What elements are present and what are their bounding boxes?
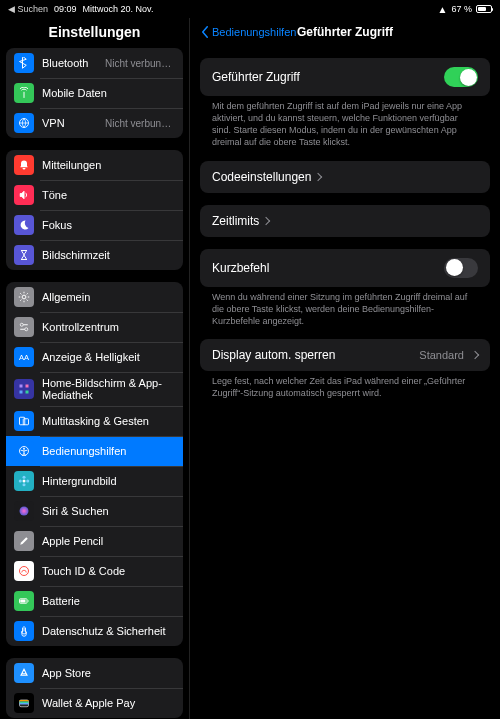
switches-icon (14, 317, 34, 337)
status-time: 09:09 (54, 4, 77, 14)
sidebar-item-wallet-apple-pay[interactable]: Wallet & Apple Pay (6, 688, 183, 718)
sidebar-item-apple-pencil[interactable]: Apple Pencil (6, 526, 183, 556)
svg-rect-7 (20, 391, 23, 394)
sidebar-item-bedienungshilfen[interactable]: Bedienungshilfen (6, 436, 183, 466)
sidebar-item-label: Anzeige & Helligkeit (42, 351, 140, 363)
cell-zeitlimits[interactable]: Zeitlimits (200, 205, 490, 237)
svg-rect-8 (26, 391, 29, 394)
sidebar-item-label: Bildschirmzeit (42, 249, 110, 261)
cell-label: Codeeinstellungen (212, 170, 311, 184)
accessibility-icon (14, 441, 34, 461)
sidebar-title: Einstellungen (0, 18, 189, 48)
sidebar-item-label: Kontrollzentrum (42, 321, 119, 333)
breadcrumb-back[interactable]: ◀ Suchen (8, 4, 48, 14)
sidebar-item-label: Mobile Daten (42, 87, 107, 99)
appstore-icon (14, 663, 34, 683)
toggle-switch[interactable] (444, 258, 478, 278)
moon-icon (14, 215, 34, 235)
section-footer: Mit dem geführten Zugriff ist auf dem iP… (200, 96, 490, 149)
cell-label: Geführter Zugriff (212, 70, 300, 84)
sidebar-item-allgemein[interactable]: Allgemein (6, 282, 183, 312)
svg-point-1 (22, 295, 26, 299)
sidebar-item-home-bildschirm-app-mediathek[interactable]: Home-Bildschirm & App-Mediathek (6, 372, 183, 406)
bell-icon (14, 155, 34, 175)
gear-icon (14, 287, 34, 307)
battery-icon (476, 5, 492, 13)
cell-codeeinstellungen[interactable]: Codeeinstellungen (200, 161, 490, 193)
sun-icon: AA (14, 347, 34, 367)
cell-display-autom-sperren[interactable]: Display autom. sperrenStandard (200, 339, 490, 371)
sidebar-item-anzeige-helligkeit[interactable]: AAAnzeige & Helligkeit (6, 342, 183, 372)
vpn-icon (14, 113, 34, 133)
hand-icon (14, 621, 34, 641)
antenna-icon (14, 83, 34, 103)
touchid-icon (14, 561, 34, 581)
svg-rect-26 (20, 703, 29, 705)
siri-icon (14, 501, 34, 521)
sidebar-item-hintergrundbild[interactable]: Hintergrundbild (6, 466, 183, 496)
settings-sidebar: Einstellungen BluetoothNicht verbund…Mob… (0, 18, 190, 719)
page-title: Geführter Zugriff (297, 25, 393, 39)
status-bar: ◀ Suchen 09:09 Mittwoch 20. Nov. ▲ 67 % (0, 0, 500, 18)
nav-bar: Bedienungshilfen Geführter Zugriff (190, 18, 500, 46)
sidebar-item-bluetooth[interactable]: BluetoothNicht verbund… (6, 48, 183, 78)
svg-point-19 (20, 567, 29, 576)
sidebar-item-touch-id-code[interactable]: Touch ID & Code (6, 556, 183, 586)
sidebar-item-label: Fokus (42, 219, 72, 231)
battery-icon (14, 591, 34, 611)
status-date: Mittwoch 20. Nov. (83, 4, 154, 14)
svg-point-14 (23, 476, 26, 479)
sidebar-item-vpn[interactable]: VPNNicht verbunden (6, 108, 183, 138)
sidebar-item-fokus[interactable]: Fokus (6, 210, 183, 240)
svg-rect-5 (20, 385, 23, 388)
sidebar-item-label: Touch ID & Code (42, 565, 125, 577)
sidebar-item-kontrollzentrum[interactable]: Kontrollzentrum (6, 312, 183, 342)
sidebar-item-mitteilungen[interactable]: Mitteilungen (6, 150, 183, 180)
back-button[interactable]: Bedienungshilfen (200, 26, 296, 38)
cell-label: Kurzbefehl (212, 261, 269, 275)
svg-point-16 (19, 480, 22, 483)
sidebar-item-app-store[interactable]: App Store (6, 658, 183, 688)
sidebar-item-label: Bluetooth (42, 57, 88, 69)
sidebar-item-label: Home-Bildschirm & App-Mediathek (42, 377, 175, 401)
sidebar-item-siri-suchen[interactable]: Siri & Suchen (6, 496, 183, 526)
sidebar-item-batterie[interactable]: Batterie (6, 586, 183, 616)
grid-icon (14, 379, 34, 399)
chevron-right-icon (314, 172, 322, 180)
sidebar-item-multitasking-gesten[interactable]: Multitasking & Gesten (6, 406, 183, 436)
chevron-right-icon (471, 351, 479, 359)
sidebar-item-value: Nicht verbund… (105, 58, 175, 69)
svg-point-3 (25, 328, 28, 331)
cell-value: Standard (419, 349, 464, 361)
sidebar-item-label: Datenschutz & Sicherheit (42, 625, 166, 637)
battery-percent: 67 % (451, 4, 472, 14)
squares-icon (14, 411, 34, 431)
hourglass-icon (14, 245, 34, 265)
cell-kurzbefehl[interactable]: Kurzbefehl (200, 249, 490, 287)
sidebar-item-label: Bedienungshilfen (42, 445, 126, 457)
svg-point-12 (23, 448, 25, 450)
svg-rect-6 (26, 385, 29, 388)
toggle-switch[interactable] (444, 67, 478, 87)
pencil-icon (14, 531, 34, 551)
cell-label: Display autom. sperren (212, 348, 335, 362)
flower-icon (14, 471, 34, 491)
svg-rect-24 (20, 700, 29, 702)
svg-point-18 (20, 507, 29, 516)
detail-pane: Bedienungshilfen Geführter Zugriff Gefüh… (190, 18, 500, 719)
sidebar-item-label: App Store (42, 667, 91, 679)
cell-gef-hrter-zugriff[interactable]: Geführter Zugriff (200, 58, 490, 96)
svg-rect-21 (28, 600, 29, 602)
svg-point-15 (23, 483, 26, 486)
svg-rect-22 (20, 600, 25, 603)
sidebar-item-label: VPN (42, 117, 65, 129)
svg-text:AA: AA (19, 353, 29, 362)
svg-point-17 (26, 480, 29, 483)
sidebar-item-mobile-daten[interactable]: Mobile Daten (6, 78, 183, 108)
sidebar-item-datenschutz-sicherheit[interactable]: Datenschutz & Sicherheit (6, 616, 183, 646)
sidebar-item-label: Siri & Suchen (42, 505, 109, 517)
sidebar-item-value: Nicht verbunden (105, 118, 175, 129)
cell-label: Zeitlimits (212, 214, 259, 228)
sidebar-item-t-ne[interactable]: Töne (6, 180, 183, 210)
sidebar-item-bildschirmzeit[interactable]: Bildschirmzeit (6, 240, 183, 270)
